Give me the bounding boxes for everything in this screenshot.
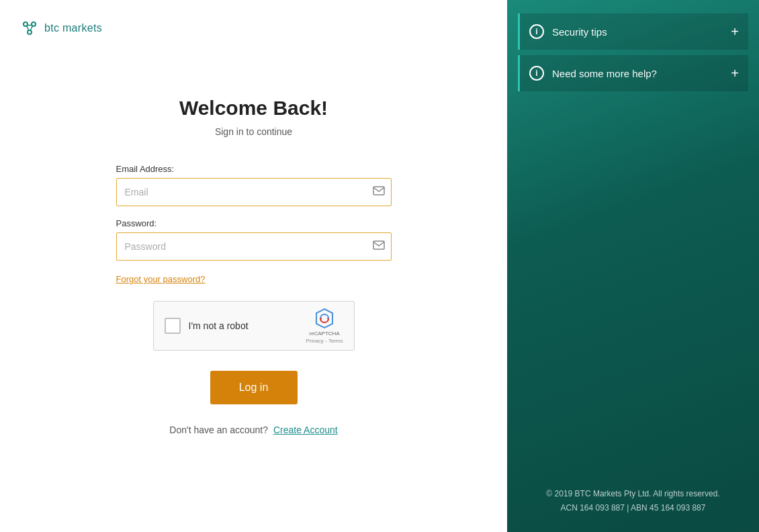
login-form-container: Welcome Back! Sign in to continue Email … [0, 56, 507, 532]
recaptcha-widget[interactable]: I'm not a robot reCAPTCHA Privacy - Term… [153, 301, 355, 351]
recaptcha-policy-text: Privacy - Terms [306, 338, 343, 344]
security-tips-label: Security tips [552, 26, 723, 38]
svg-line-4 [27, 26, 30, 31]
email-label: Email Address: [116, 164, 392, 174]
recaptcha-brand-text: reCAPTCHA [309, 330, 339, 337]
welcome-title: Welcome Back! [179, 97, 328, 120]
password-input-wrapper [116, 232, 392, 261]
forgot-password-area: Forgot your password? [116, 273, 392, 285]
right-footer: © 2019 BTC Markets Pty Ltd. All rights r… [507, 487, 759, 516]
email-input[interactable] [116, 178, 392, 206]
logo-text: btc markets [44, 22, 102, 34]
create-account-area: Don't have an account? Create Account [169, 425, 337, 435]
password-input[interactable] [116, 232, 392, 261]
create-account-link[interactable]: Create Account [273, 425, 338, 435]
need-help-expand-icon: + [731, 66, 739, 80]
recaptcha-logo-icon [314, 308, 335, 329]
email-input-wrapper [116, 178, 392, 206]
recaptcha-logo-area: reCAPTCHA Privacy - Terms [306, 308, 343, 345]
footer-line2: ACN 164 093 887 | ABN 45 164 093 887 [507, 501, 759, 516]
email-form-group: Email Address: [116, 164, 392, 206]
security-tips-expand-icon: + [731, 25, 739, 38]
btc-markets-logo-icon [20, 19, 39, 38]
login-button[interactable]: Log in [210, 371, 298, 404]
sign-in-subtitle: Sign in to continue [215, 126, 292, 137]
forgot-password-link[interactable]: Forgot your password? [116, 274, 206, 284]
recaptcha-checkbox[interactable] [165, 318, 181, 334]
svg-point-0 [24, 22, 28, 26]
svg-point-1 [32, 22, 36, 26]
need-help-accordion[interactable]: i Need some more help? + [518, 55, 748, 91]
security-tips-info-icon: i [529, 24, 544, 39]
need-help-info-icon: i [529, 66, 544, 81]
svg-line-5 [30, 26, 33, 31]
need-help-label: Need some more help? [552, 68, 723, 79]
footer-line1: © 2019 BTC Markets Pty Ltd. All rights r… [507, 487, 759, 502]
right-panel: i Security tips + i Need some more help?… [507, 0, 759, 532]
recaptcha-label: I'm not a robot [189, 320, 298, 331]
svg-point-2 [28, 30, 32, 34]
password-form-group: Password: [116, 218, 392, 261]
logo-area: btc markets [0, 0, 507, 56]
password-label: Password: [116, 218, 392, 228]
security-tips-accordion[interactable]: i Security tips + [518, 13, 748, 50]
left-panel: btc markets Welcome Back! Sign in to con… [0, 0, 507, 532]
no-account-text: Don't have an account? [169, 425, 268, 435]
